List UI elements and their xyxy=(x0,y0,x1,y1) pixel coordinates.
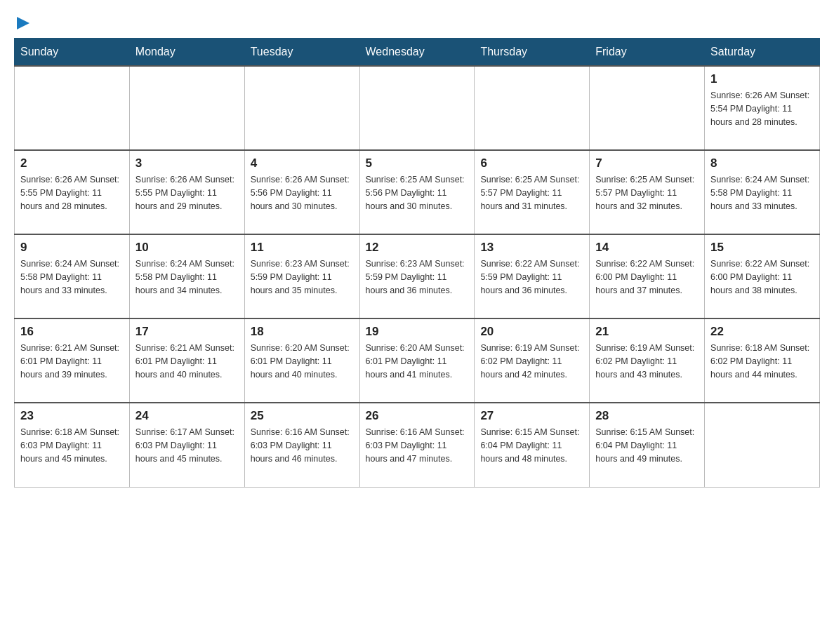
calendar-cell xyxy=(705,403,820,487)
day-info: Sunrise: 6:26 AM Sunset: 5:54 PM Dayligh… xyxy=(710,89,814,128)
week-row: 23Sunrise: 6:18 AM Sunset: 6:03 PM Dayli… xyxy=(15,403,820,487)
col-wednesday: Wednesday xyxy=(359,39,475,67)
week-row: 1Sunrise: 6:26 AM Sunset: 5:54 PM Daylig… xyxy=(15,66,820,150)
day-number: 17 xyxy=(135,325,239,339)
day-info: Sunrise: 6:20 AM Sunset: 6:01 PM Dayligh… xyxy=(251,342,354,381)
day-number: 1 xyxy=(710,72,814,86)
calendar-cell: 5Sunrise: 6:25 AM Sunset: 5:56 PM Daylig… xyxy=(359,150,475,234)
day-info: Sunrise: 6:19 AM Sunset: 6:02 PM Dayligh… xyxy=(480,342,583,381)
day-info: Sunrise: 6:26 AM Sunset: 5:55 PM Dayligh… xyxy=(20,173,124,213)
calendar-cell: 27Sunrise: 6:15 AM Sunset: 6:04 PM Dayli… xyxy=(475,403,590,487)
day-number: 27 xyxy=(480,409,583,423)
calendar-body: 1Sunrise: 6:26 AM Sunset: 5:54 PM Daylig… xyxy=(15,66,820,487)
days-of-week-row: Sunday Monday Tuesday Wednesday Thursday… xyxy=(15,39,820,67)
calendar-cell: 26Sunrise: 6:16 AM Sunset: 6:03 PM Dayli… xyxy=(359,403,475,487)
day-number: 19 xyxy=(366,325,469,339)
calendar-cell: 2Sunrise: 6:26 AM Sunset: 5:55 PM Daylig… xyxy=(15,150,130,234)
calendar-cell: 3Sunrise: 6:26 AM Sunset: 5:55 PM Daylig… xyxy=(129,150,244,234)
day-info: Sunrise: 6:23 AM Sunset: 5:59 PM Dayligh… xyxy=(251,257,354,297)
col-thursday: Thursday xyxy=(475,39,590,67)
calendar-cell xyxy=(244,66,359,150)
day-number: 22 xyxy=(710,325,814,339)
day-number: 6 xyxy=(480,156,583,170)
calendar-cell: 11Sunrise: 6:23 AM Sunset: 5:59 PM Dayli… xyxy=(244,234,359,318)
calendar-cell: 28Sunrise: 6:15 AM Sunset: 6:04 PM Dayli… xyxy=(590,403,705,487)
calendar-cell: 10Sunrise: 6:24 AM Sunset: 5:58 PM Dayli… xyxy=(129,234,244,318)
day-number: 16 xyxy=(20,325,124,339)
day-number: 9 xyxy=(20,241,124,255)
col-friday: Friday xyxy=(590,39,705,67)
calendar-cell: 16Sunrise: 6:21 AM Sunset: 6:01 PM Dayli… xyxy=(15,318,130,403)
day-number: 18 xyxy=(251,325,354,339)
calendar-cell: 6Sunrise: 6:25 AM Sunset: 5:57 PM Daylig… xyxy=(475,150,590,234)
calendar-cell: 14Sunrise: 6:22 AM Sunset: 6:00 PM Dayli… xyxy=(590,234,705,318)
day-number: 2 xyxy=(20,156,124,170)
day-number: 15 xyxy=(710,241,814,255)
day-number: 4 xyxy=(251,156,354,170)
calendar-cell xyxy=(359,66,475,150)
day-info: Sunrise: 6:26 AM Sunset: 5:56 PM Dayligh… xyxy=(251,173,354,213)
col-sunday: Sunday xyxy=(15,39,130,67)
day-number: 5 xyxy=(366,156,469,170)
calendar-cell: 4Sunrise: 6:26 AM Sunset: 5:56 PM Daylig… xyxy=(244,150,359,234)
calendar-cell: 9Sunrise: 6:24 AM Sunset: 5:58 PM Daylig… xyxy=(15,234,130,318)
day-info: Sunrise: 6:24 AM Sunset: 5:58 PM Dayligh… xyxy=(20,257,124,297)
day-info: Sunrise: 6:20 AM Sunset: 6:01 PM Dayligh… xyxy=(366,342,469,381)
calendar-cell: 15Sunrise: 6:22 AM Sunset: 6:00 PM Dayli… xyxy=(705,234,820,318)
day-info: Sunrise: 6:21 AM Sunset: 6:01 PM Dayligh… xyxy=(20,342,124,381)
day-info: Sunrise: 6:16 AM Sunset: 6:03 PM Dayligh… xyxy=(251,426,354,465)
calendar-cell: 24Sunrise: 6:17 AM Sunset: 6:03 PM Dayli… xyxy=(129,403,244,487)
week-row: 9Sunrise: 6:24 AM Sunset: 5:58 PM Daylig… xyxy=(15,234,820,318)
day-number: 23 xyxy=(20,409,124,423)
day-info: Sunrise: 6:18 AM Sunset: 6:03 PM Dayligh… xyxy=(20,426,124,465)
calendar-cell: 18Sunrise: 6:20 AM Sunset: 6:01 PM Dayli… xyxy=(244,318,359,403)
day-number: 7 xyxy=(595,156,699,170)
day-info: Sunrise: 6:16 AM Sunset: 6:03 PM Dayligh… xyxy=(366,426,469,465)
day-info: Sunrise: 6:15 AM Sunset: 6:04 PM Dayligh… xyxy=(480,426,583,465)
day-number: 11 xyxy=(251,241,354,255)
calendar-cell: 22Sunrise: 6:18 AM Sunset: 6:02 PM Dayli… xyxy=(705,318,820,403)
day-info: Sunrise: 6:25 AM Sunset: 5:56 PM Dayligh… xyxy=(366,173,469,213)
page-header xyxy=(14,14,820,31)
calendar-cell: 1Sunrise: 6:26 AM Sunset: 5:54 PM Daylig… xyxy=(705,66,820,150)
calendar-cell: 20Sunrise: 6:19 AM Sunset: 6:02 PM Dayli… xyxy=(475,318,590,403)
calendar-cell: 19Sunrise: 6:20 AM Sunset: 6:01 PM Dayli… xyxy=(359,318,475,403)
day-number: 13 xyxy=(480,241,583,255)
day-number: 28 xyxy=(595,409,699,423)
col-saturday: Saturday xyxy=(705,39,820,67)
day-number: 10 xyxy=(135,241,239,255)
calendar-cell: 23Sunrise: 6:18 AM Sunset: 6:03 PM Dayli… xyxy=(15,403,130,487)
day-number: 20 xyxy=(480,325,583,339)
calendar-cell xyxy=(129,66,244,150)
day-number: 14 xyxy=(595,241,699,255)
svg-marker-0 xyxy=(17,17,29,29)
calendar-header: Sunday Monday Tuesday Wednesday Thursday… xyxy=(15,39,820,67)
calendar-cell xyxy=(590,66,705,150)
calendar-cell: 21Sunrise: 6:19 AM Sunset: 6:02 PM Dayli… xyxy=(590,318,705,403)
day-number: 12 xyxy=(366,241,469,255)
day-info: Sunrise: 6:23 AM Sunset: 5:59 PM Dayligh… xyxy=(366,257,469,297)
calendar-cell: 8Sunrise: 6:24 AM Sunset: 5:58 PM Daylig… xyxy=(705,150,820,234)
calendar-table: Sunday Monday Tuesday Wednesday Thursday… xyxy=(14,38,820,488)
day-info: Sunrise: 6:18 AM Sunset: 6:02 PM Dayligh… xyxy=(710,342,814,381)
day-number: 25 xyxy=(251,409,354,423)
col-tuesday: Tuesday xyxy=(244,39,359,67)
day-number: 8 xyxy=(710,156,814,170)
day-info: Sunrise: 6:26 AM Sunset: 5:55 PM Dayligh… xyxy=(135,173,239,213)
calendar-cell xyxy=(15,66,130,150)
day-number: 26 xyxy=(366,409,469,423)
day-info: Sunrise: 6:21 AM Sunset: 6:01 PM Dayligh… xyxy=(135,342,239,381)
calendar-cell: 13Sunrise: 6:22 AM Sunset: 5:59 PM Dayli… xyxy=(475,234,590,318)
calendar-cell: 25Sunrise: 6:16 AM Sunset: 6:03 PM Dayli… xyxy=(244,403,359,487)
day-info: Sunrise: 6:22 AM Sunset: 6:00 PM Dayligh… xyxy=(710,257,814,297)
day-info: Sunrise: 6:25 AM Sunset: 5:57 PM Dayligh… xyxy=(595,173,699,213)
day-number: 3 xyxy=(135,156,239,170)
logo xyxy=(14,14,31,31)
calendar-cell xyxy=(475,66,590,150)
day-info: Sunrise: 6:22 AM Sunset: 5:59 PM Dayligh… xyxy=(480,257,583,297)
logo-arrow-icon xyxy=(15,15,31,31)
day-info: Sunrise: 6:15 AM Sunset: 6:04 PM Dayligh… xyxy=(595,426,699,465)
col-monday: Monday xyxy=(129,39,244,67)
day-info: Sunrise: 6:22 AM Sunset: 6:00 PM Dayligh… xyxy=(595,257,699,297)
day-info: Sunrise: 6:24 AM Sunset: 5:58 PM Dayligh… xyxy=(135,257,239,297)
